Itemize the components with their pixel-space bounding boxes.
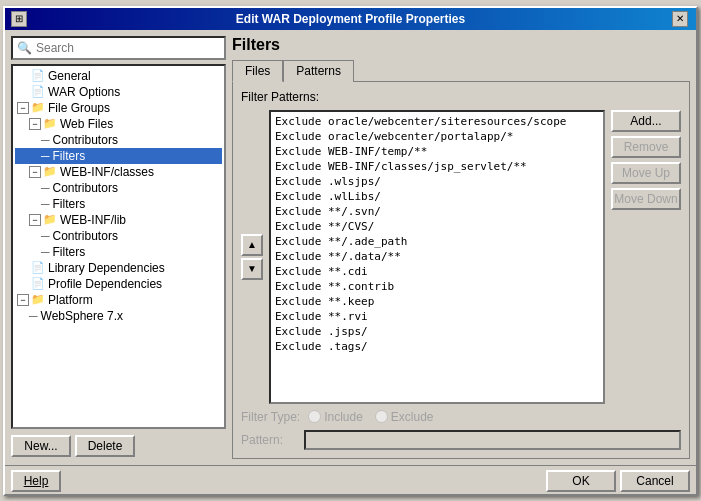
tree-item-label: WEB-INF/lib <box>60 213 126 227</box>
pattern-row: Pattern: <box>241 430 681 450</box>
exclude-radio-label: Exclude <box>375 410 434 424</box>
side-buttons: Add... Remove Move Up Move Down <box>611 110 681 404</box>
list-item[interactable]: Exclude .wlLibs/ <box>273 189 601 204</box>
filter-list-container: Exclude oracle/webcenter/siteresources/s… <box>269 110 605 404</box>
tree-item-general[interactable]: 📄 General <box>15 68 222 84</box>
cancel-button[interactable]: Cancel <box>620 470 690 492</box>
window-menu-icon[interactable]: ⊞ <box>11 11 27 27</box>
close-button[interactable]: ✕ <box>672 11 688 27</box>
remove-button[interactable]: Remove <box>611 136 681 158</box>
tree-item-filters-2[interactable]: ─ Filters <box>15 196 222 212</box>
tree-item-filters-3[interactable]: ─ Filters <box>15 244 222 260</box>
add-button[interactable]: Add... <box>611 110 681 132</box>
folder-icon: 📁 <box>43 165 57 178</box>
list-item[interactable]: Exclude **.cdi <box>273 264 601 279</box>
expand-icon[interactable]: − <box>29 214 41 226</box>
list-item[interactable]: Exclude WEB-INF/classes/jsp_servlet/** <box>273 159 601 174</box>
help-button[interactable]: Help <box>11 470 61 492</box>
include-radio[interactable] <box>308 410 321 423</box>
tree-item-label: Filters <box>53 197 86 211</box>
tree-item-label: Filters <box>53 149 86 163</box>
scroll-down-button[interactable]: ▼ <box>241 258 263 280</box>
radio-group: Include Exclude <box>308 410 433 424</box>
main-window: ⊞ Edit WAR Deployment Profile Properties… <box>3 6 698 496</box>
tree-item-webinf-classes[interactable]: − 📁 WEB-INF/classes <box>15 164 222 180</box>
tree-item-filters-1[interactable]: ─ Filters <box>15 148 222 164</box>
nav-arrows: ▲ ▼ <box>241 110 263 404</box>
ok-button[interactable]: OK <box>546 470 616 492</box>
tree-item-label: Contributors <box>53 229 118 243</box>
list-item[interactable]: Exclude WEB-INF/temp/** <box>273 144 601 159</box>
tree-item-contributors-2[interactable]: ─ Contributors <box>15 180 222 196</box>
include-label: Include <box>324 410 363 424</box>
list-item[interactable]: Exclude **/CVS/ <box>273 219 601 234</box>
tree-item-label: Contributors <box>53 181 118 195</box>
list-item[interactable]: Exclude **.rvi <box>273 309 601 324</box>
list-item[interactable]: Exclude **.keep <box>273 294 601 309</box>
tree-item-contributors-3[interactable]: ─ Contributors <box>15 228 222 244</box>
list-item[interactable]: Exclude oracle/webcenter/portalapp/* <box>273 129 601 144</box>
new-button[interactable]: New... <box>11 435 71 457</box>
list-item[interactable]: Exclude .jsps/ <box>273 324 601 339</box>
tree-item-web-files[interactable]: − 📁 Web Files <box>15 116 222 132</box>
list-item[interactable]: Exclude oracle/webcenter/siteresources/s… <box>273 114 601 129</box>
include-radio-label: Include <box>308 410 363 424</box>
tree-item-profile-deps[interactable]: 📄 Profile Dependencies <box>15 276 222 292</box>
tab-files[interactable]: Files <box>232 60 283 82</box>
ok-cancel-group: OK Cancel <box>546 470 690 492</box>
right-panel: Filters Files Patterns Filter Patterns: … <box>232 36 690 459</box>
tree-item-label: WebSphere 7.x <box>41 309 124 323</box>
folder-icon: 📁 <box>31 293 45 306</box>
list-item[interactable]: Exclude **/.ade_path <box>273 234 601 249</box>
list-item[interactable]: Exclude **.contrib <box>273 279 601 294</box>
list-item[interactable]: Exclude .wlsjps/ <box>273 174 601 189</box>
tree-view: 📄 General 📄 WAR Options − 📁 File Groups <box>11 64 226 429</box>
tree-item-library-deps[interactable]: 📄 Library Dependencies <box>15 260 222 276</box>
tree-item-war-options[interactable]: 📄 WAR Options <box>15 84 222 100</box>
tab-patterns[interactable]: Patterns <box>283 60 354 82</box>
folder-icon: 📁 <box>31 101 45 114</box>
expand-icon[interactable]: − <box>17 102 29 114</box>
filter-list-area: ▲ ▼ Exclude oracle/webcenter/siteresourc… <box>241 110 681 404</box>
panel-title: Filters <box>232 36 690 54</box>
tree-item-label: Web Files <box>60 117 113 131</box>
tree-item-label: Filters <box>53 245 86 259</box>
folder-icon: 📁 <box>43 213 57 226</box>
list-item[interactable]: Exclude .tags/ <box>273 339 601 354</box>
scroll-up-button[interactable]: ▲ <box>241 234 263 256</box>
tree-item-label: Profile Dependencies <box>48 277 162 291</box>
tree-item-websphere[interactable]: ─ WebSphere 7.x <box>15 308 222 324</box>
tree-item-label: Platform <box>48 293 93 307</box>
expand-icon[interactable]: − <box>17 294 29 306</box>
exclude-radio[interactable] <box>375 410 388 423</box>
list-item[interactable]: Exclude **/.svn/ <box>273 204 601 219</box>
expand-icon[interactable]: − <box>29 118 41 130</box>
pattern-input[interactable] <box>304 430 681 450</box>
tree-item-contributors-1[interactable]: ─ Contributors <box>15 132 222 148</box>
folder-icon: 📄 <box>31 261 45 274</box>
tab-bar: Files Patterns <box>232 60 690 82</box>
tree-item-platform[interactable]: − 📁 Platform <box>15 292 222 308</box>
tree-item-file-groups[interactable]: − 📁 File Groups <box>15 100 222 116</box>
bottom-left-buttons: New... Delete <box>11 433 226 459</box>
filter-type-row: Filter Type: Include Exclude <box>241 410 681 424</box>
delete-button[interactable]: Delete <box>75 435 135 457</box>
expand-icon[interactable]: − <box>29 166 41 178</box>
move-down-button[interactable]: Move Down <box>611 188 681 210</box>
tree-item-webinf-lib[interactable]: − 📁 WEB-INF/lib <box>15 212 222 228</box>
folder-icon: 📄 <box>31 277 45 290</box>
tree-item-label: Contributors <box>53 133 118 147</box>
tab-content: Filter Patterns: ▲ ▼ Exclude oracle/webc… <box>232 81 690 459</box>
window-content: 🔍 📄 General 📄 WAR Options <box>5 30 696 465</box>
search-input[interactable] <box>36 41 220 55</box>
exclude-label: Exclude <box>391 410 434 424</box>
filter-list[interactable]: Exclude oracle/webcenter/siteresources/s… <box>271 112 603 402</box>
move-up-button[interactable]: Move Up <box>611 162 681 184</box>
search-box: 🔍 <box>11 36 226 60</box>
tree-item-label: Library Dependencies <box>48 261 165 275</box>
filter-patterns-label: Filter Patterns: <box>241 90 681 104</box>
tree-item-label: General <box>48 69 91 83</box>
folder-icon: 📄 <box>31 85 45 98</box>
list-item[interactable]: Exclude **/.data/** <box>273 249 601 264</box>
left-panel: 🔍 📄 General 📄 WAR Options <box>11 36 226 459</box>
